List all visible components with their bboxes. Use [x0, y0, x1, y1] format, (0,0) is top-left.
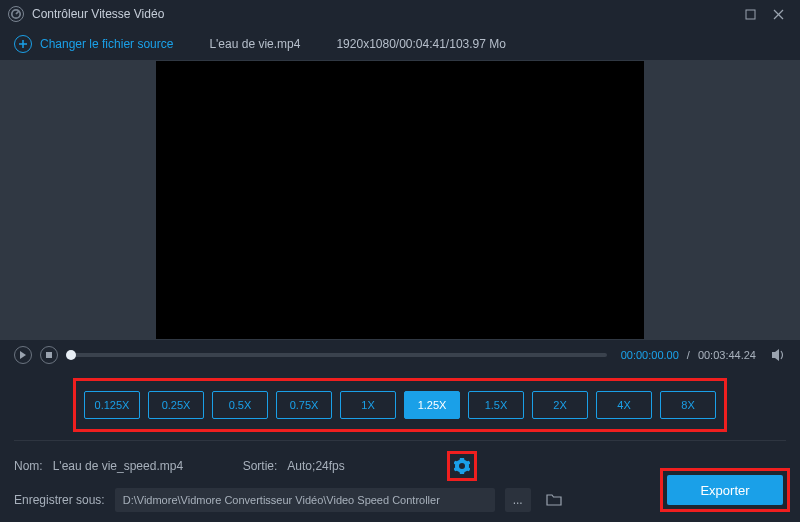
speed-button-2x[interactable]: 2X	[532, 391, 588, 419]
settings-button[interactable]	[453, 457, 471, 475]
output-name-label: Nom:	[14, 459, 43, 473]
video-frame[interactable]	[156, 61, 644, 339]
speed-button-8x[interactable]: 8X	[660, 391, 716, 419]
stop-button[interactable]	[40, 346, 58, 364]
save-path-label: Enregistrer sous:	[14, 493, 105, 507]
plus-icon	[14, 35, 32, 53]
speed-button-1-5x[interactable]: 1.5X	[468, 391, 524, 419]
speed-controls-area: 0.125X0.25X0.5X0.75X1X1.25X1.5X2X4X8X	[0, 370, 800, 440]
time-total: 00:03:44.24	[698, 349, 756, 361]
speed-button-4x[interactable]: 4X	[596, 391, 652, 419]
timeline-slider[interactable]	[66, 353, 607, 357]
svg-rect-2	[746, 10, 755, 19]
speed-button-1x[interactable]: 1X	[340, 391, 396, 419]
speed-button-0-25x[interactable]: 0.25X	[148, 391, 204, 419]
save-path-input[interactable]	[115, 488, 495, 512]
path-more-button[interactable]: ...	[505, 488, 531, 512]
output-format-label: Sortie:	[243, 459, 278, 473]
time-current: 00:00:00.00	[621, 349, 679, 361]
window-title: Contrôleur Vitesse Vidéo	[32, 7, 164, 21]
play-button[interactable]	[14, 346, 32, 364]
player-controls: 00:00:00.00 / 00:03:44.24	[0, 340, 800, 370]
source-metadata: 1920x1080/00:04:41/103.97 Mo	[336, 37, 505, 51]
app-icon	[8, 6, 24, 22]
gear-highlight	[447, 451, 477, 481]
change-source-button[interactable]: Changer le fichier source	[14, 35, 173, 53]
speed-button-0-125x[interactable]: 0.125X	[84, 391, 140, 419]
output-format-value[interactable]: Auto;24fps	[287, 455, 437, 477]
timeline-knob[interactable]	[66, 350, 76, 360]
volume-icon[interactable]	[770, 347, 786, 363]
minimize-button[interactable]	[736, 4, 764, 24]
export-button[interactable]: Exporter	[667, 475, 783, 505]
titlebar: Contrôleur Vitesse Vidéo	[0, 0, 800, 28]
svg-marker-7	[20, 351, 26, 359]
speed-button-0-5x[interactable]: 0.5X	[212, 391, 268, 419]
svg-line-1	[16, 11, 19, 14]
close-button[interactable]	[764, 4, 792, 24]
output-name-value[interactable]: L'eau de vie_speed.mp4	[53, 459, 233, 473]
speed-button-1-25x[interactable]: 1.25X	[404, 391, 460, 419]
speed-button-0-75x[interactable]: 0.75X	[276, 391, 332, 419]
export-highlight: Exporter	[660, 468, 790, 512]
svg-rect-8	[46, 352, 52, 358]
source-row: Changer le fichier source L'eau de vie.m…	[0, 28, 800, 60]
video-preview-area	[0, 60, 800, 340]
change-source-label: Changer le fichier source	[40, 37, 173, 51]
svg-marker-9	[772, 349, 779, 361]
speed-buttons-highlight: 0.125X0.25X0.5X0.75X1X1.25X1.5X2X4X8X	[73, 378, 727, 432]
open-folder-button[interactable]	[541, 488, 567, 512]
source-filename: L'eau de vie.mp4	[209, 37, 300, 51]
time-sep: /	[687, 349, 690, 361]
